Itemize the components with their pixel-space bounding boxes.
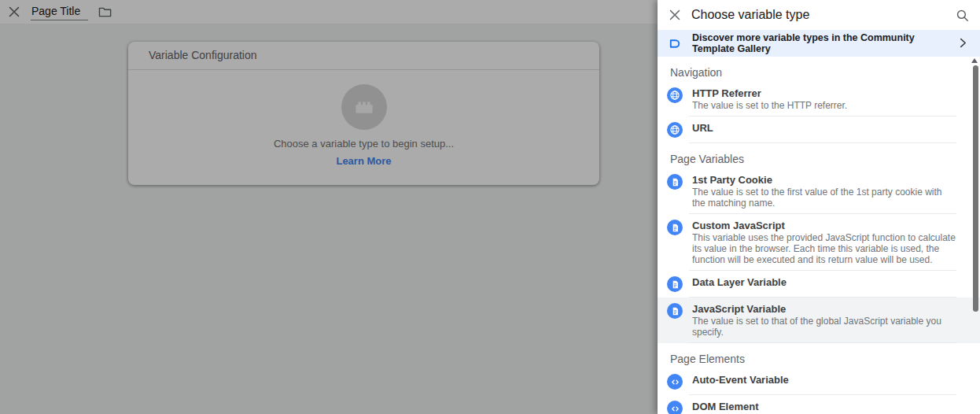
banner-text: Discover more variable types in the Comm… [692, 32, 960, 54]
section-heading: Page Variables [658, 143, 980, 168]
modal-scrim[interactable] [0, 0, 658, 414]
section-heading: Page Elements [658, 343, 980, 368]
variable-type-title: JavaScript Variable [692, 303, 956, 315]
document-icon [667, 174, 683, 190]
gtm-variable-screen: Page Title Variable Configuration [0, 0, 980, 414]
variable-type-title: Data Layer Variable [692, 276, 956, 288]
variable-type-item[interactable]: Auto-Event Variable [658, 368, 980, 395]
community-template-gallery-banner[interactable]: Discover more variable types in the Comm… [658, 30, 980, 57]
variable-type-list: NavigationHTTP ReferrerThe value is set … [658, 57, 980, 414]
variable-type-desc: The value is set to that of the global J… [692, 316, 956, 338]
variable-type-desc: The value is set to the HTTP referrer. [692, 100, 956, 111]
panel-title: Choose variable type [691, 8, 955, 22]
variable-type-title: HTTP Referrer [692, 87, 956, 99]
variable-type-item[interactable]: DOM ElementThe value is set to the text … [658, 395, 980, 414]
close-icon[interactable] [669, 9, 681, 21]
variable-type-item[interactable]: 1st Party CookieThe value is set to the … [658, 168, 980, 214]
scrollbar-thumb[interactable] [973, 65, 978, 312]
variable-type-title: DOM Element [692, 401, 956, 412]
editor-area: Page Title Variable Configuration [0, 0, 658, 414]
variable-type-desc: This variable uses the provided JavaScri… [692, 232, 956, 265]
variable-type-item[interactable]: HTTP ReferrerThe value is set to the HTT… [658, 82, 980, 116]
scrollbar-up-icon[interactable] [971, 58, 978, 63]
document-icon [667, 220, 683, 235]
chevron-right-icon [960, 38, 967, 49]
variable-type-title: URL [692, 122, 956, 134]
section-heading: Navigation [658, 57, 980, 82]
gallery-icon [667, 35, 683, 51]
variable-type-title: Auto-Event Variable [692, 374, 956, 386]
document-icon [667, 276, 683, 292]
variable-type-item[interactable]: Data Layer Variable [658, 271, 980, 298]
code-icon [667, 374, 683, 390]
variable-type-item[interactable]: URL [658, 116, 980, 143]
panel-header: Choose variable type [658, 0, 980, 30]
globe-icon [667, 122, 683, 138]
search-icon[interactable] [955, 8, 969, 22]
variable-type-title: 1st Party Cookie [692, 174, 956, 186]
document-icon [667, 303, 683, 319]
code-icon [667, 401, 683, 414]
globe-icon [667, 87, 683, 103]
variable-type-title: Custom JavaScript [692, 220, 956, 231]
choose-variable-type-panel: Choose variable type Discover more varia… [658, 0, 980, 414]
variable-type-item[interactable]: JavaScript VariableThe value is set to t… [658, 298, 980, 343]
variable-type-item[interactable]: Custom JavaScriptThis variable uses the … [658, 214, 980, 271]
variable-type-desc: The value is set to the first value of t… [692, 187, 956, 209]
